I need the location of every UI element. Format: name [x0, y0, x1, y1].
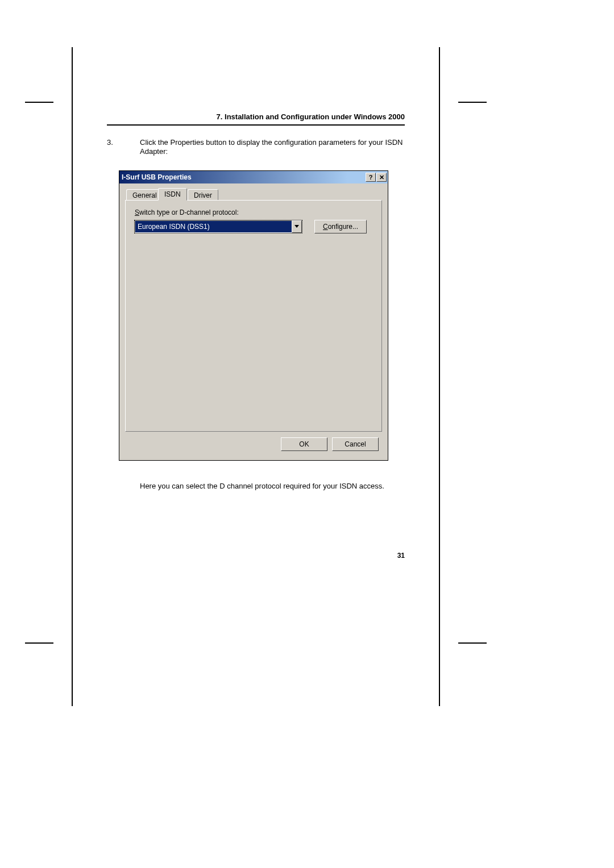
switch-type-label: Switch type or D-channel protocol:	[135, 208, 372, 216]
configure-button-text: onfigure...	[328, 223, 358, 231]
close-icon[interactable]: ✕	[376, 173, 387, 182]
properties-dialog: I-Surf USB Properties ? ✕ General ISDN D…	[119, 170, 388, 461]
dialog-titlebar[interactable]: I-Surf USB Properties ? ✕	[119, 171, 388, 183]
section-header: 7. Installation and Configuration under …	[107, 112, 405, 126]
tab-strip: General ISDN Driver	[125, 188, 382, 201]
ok-button[interactable]: OK	[281, 437, 327, 451]
step-number: 3.	[107, 138, 140, 156]
document-page: 7. Installation and Configuration under …	[0, 0, 614, 868]
tab-driver[interactable]: Driver	[188, 189, 218, 201]
tab-isdn[interactable]: ISDN	[158, 188, 187, 201]
switch-type-label-text: witch type or D-channel protocol:	[139, 208, 239, 216]
chevron-down-icon[interactable]	[292, 220, 302, 233]
dialog-title: I-Surf USB Properties	[122, 173, 366, 181]
dialog-body: General ISDN Driver Switch type or D-cha…	[119, 183, 388, 460]
page-number: 31	[397, 552, 405, 560]
switch-type-label-hotkey: S	[135, 208, 139, 216]
switch-type-combobox[interactable]: European ISDN (DSS1)	[135, 220, 302, 233]
switch-type-value: European ISDN (DSS1)	[135, 220, 292, 233]
instruction-step: 3. Click the Properties button to displa…	[107, 138, 405, 156]
crop-mark	[25, 102, 53, 103]
cancel-button[interactable]: Cancel	[332, 437, 379, 451]
configure-button[interactable]: Configure...	[314, 220, 367, 233]
dialog-button-bar: OK Cancel	[125, 432, 382, 454]
page-content: 7. Installation and Configuration under …	[107, 112, 405, 172]
configure-button-hotkey: C	[323, 223, 328, 231]
crop-mark	[25, 642, 53, 644]
crop-mark	[458, 642, 487, 644]
titlebar-buttons: ? ✕	[366, 173, 388, 182]
switch-type-row: European ISDN (DSS1) Configure...	[135, 220, 372, 233]
tab-general[interactable]: General	[126, 189, 163, 201]
step-text: Click the Properties button to display t…	[140, 138, 405, 156]
help-icon[interactable]: ?	[366, 173, 376, 182]
figure-caption: Here you can select the D channel protoc…	[140, 482, 384, 490]
svg-marker-0	[294, 225, 299, 228]
tab-pane-isdn: Switch type or D-channel protocol: Europ…	[125, 200, 382, 432]
crop-mark	[458, 102, 487, 103]
